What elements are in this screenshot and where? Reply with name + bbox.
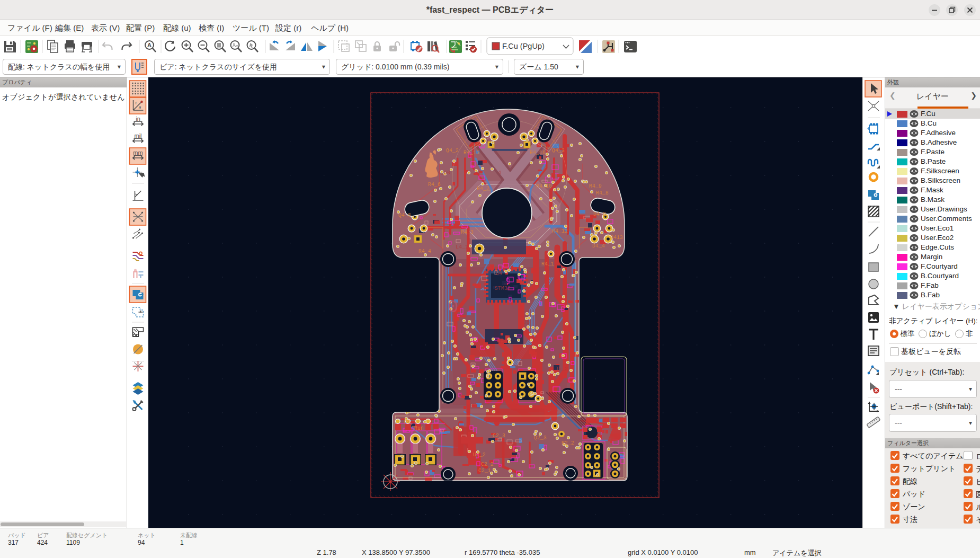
- svg-text:R4_10: R4_10: [536, 183, 552, 189]
- svg-text:Run: Run: [414, 426, 424, 431]
- svg-text:D4_8: D4_8: [593, 211, 606, 217]
- svg-text:Q4_3: Q4_3: [552, 148, 565, 154]
- svg-text:L4_1: L4_1: [456, 244, 468, 250]
- svg-text:R4_1: R4_1: [541, 261, 554, 267]
- svg-text:in: in: [136, 116, 140, 122]
- svg-text:U5: U5: [498, 339, 504, 344]
- svg-text:mil: mil: [134, 132, 141, 139]
- svg-text:r: r: [136, 100, 137, 105]
- svg-text:F.Cu (PgUp): F.Cu (PgUp): [502, 42, 545, 50]
- svg-text:Q2_3: Q2_3: [534, 435, 547, 441]
- svg-text:R4_4: R4_4: [418, 249, 431, 254]
- svg-text:θ: θ: [139, 105, 141, 110]
- svg-text:Q4_2: Q4_2: [446, 148, 459, 154]
- svg-text:D4_4: D4_4: [592, 243, 605, 249]
- svg-text:R4_3: R4_3: [461, 229, 474, 235]
- svg-text:C2_2: C2_2: [481, 462, 494, 467]
- svg-text:R4_7: R4_7: [477, 186, 489, 192]
- svg-text:C2_1: C2_1: [478, 468, 491, 474]
- svg-text:U2_2: U2_2: [473, 452, 486, 458]
- svg-text:STM32: STM32: [495, 286, 511, 291]
- svg-text:R413: R413: [610, 235, 623, 241]
- svg-text:J5: J5: [523, 320, 530, 325]
- svg-text:C2_3: C2_3: [493, 433, 505, 439]
- svg-text:R2_2: R2_2: [562, 440, 574, 446]
- svg-text:R4_6: R4_6: [428, 182, 441, 188]
- svg-text:0: 0: [448, 297, 458, 317]
- svg-text:4: 4: [498, 170, 501, 176]
- svg-text:U4: U4: [496, 271, 502, 277]
- svg-text:Q4_6: Q4_6: [398, 212, 411, 218]
- svg-text:R4_15: R4_15: [464, 150, 479, 156]
- svg-text:mm: mm: [133, 149, 142, 156]
- svg-text:R4_16: R4_16: [530, 150, 546, 156]
- svg-text:R4_12: R4_12: [552, 228, 568, 234]
- svg-text:J5_2: J5_2: [555, 366, 568, 372]
- svg-text:D3_1: D3_1: [404, 419, 416, 425]
- svg-text:R4_9: R4_9: [589, 183, 602, 189]
- svg-text:1: 1: [460, 393, 463, 398]
- svg-text:A: A: [147, 42, 152, 48]
- svg-text:R4_8: R4_8: [596, 190, 609, 196]
